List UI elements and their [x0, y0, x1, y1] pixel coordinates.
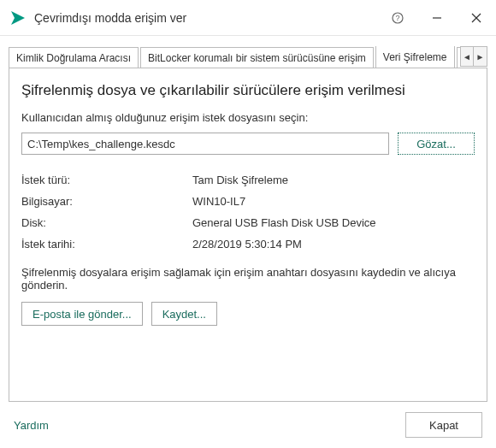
titlebar: Çevrimdışı modda erişim ver ? — [0, 0, 496, 36]
help-icon[interactable]: ? — [378, 0, 417, 36]
save-instruction: Şifrelenmiş dosyalara erişim sağlamak iç… — [21, 266, 475, 292]
tab-bitlocker[interactable]: BitLocker korumalı bir sistem sürücüsüne… — [140, 47, 374, 68]
panel-heading: Şifrelenmiş dosya ve çıkarılabilir sürüc… — [21, 82, 475, 99]
window-title: Çevrimdışı modda erişim ver — [34, 11, 378, 25]
computer-value: WIN10-IL7 — [192, 195, 475, 208]
req-type-value: Tam Disk Şifreleme — [192, 174, 475, 186]
req-date-label: İstek tarihi: — [21, 238, 192, 251]
request-details: İstek türü: Tam Disk Şifreleme Bilgisaya… — [21, 174, 475, 251]
tab-auth-agent[interactable]: Kimlik Doğrulama Aracısı — [9, 47, 139, 68]
svg-text:?: ? — [395, 14, 399, 22]
minimize-button[interactable] — [417, 0, 457, 36]
browse-button[interactable]: Gözat... — [398, 133, 475, 155]
req-date-value: 2/28/2019 5:30:14 PM — [192, 238, 475, 251]
disk-label: Disk: — [21, 216, 192, 229]
file-instruction: Kullanıcıdan almış olduğunuz erişim iste… — [21, 111, 475, 124]
disk-value: General USB Flash Disk USB Device — [192, 216, 475, 229]
footer: Yardım Kapat — [0, 402, 496, 448]
app-logo-icon — [10, 10, 26, 26]
request-file-input[interactable] — [21, 133, 389, 155]
content-panel: Şifrelenmiş dosya ve çıkarılabilir sürüc… — [9, 68, 487, 402]
help-link[interactable]: Yardım — [14, 419, 49, 432]
svg-marker-0 — [11, 11, 25, 25]
tab-scroll-buttons: ◄ ► — [460, 46, 487, 67]
file-row: Gözat... — [21, 133, 475, 155]
tab-strip: Kimlik Doğrulama Aracısı BitLocker korum… — [9, 46, 487, 68]
computer-label: Bilgisayar: — [21, 195, 192, 208]
tab-scroll-right-icon[interactable]: ► — [474, 46, 487, 67]
tab-data-encryption[interactable]: Veri Şifreleme — [375, 46, 455, 68]
req-type-label: İstek türü: — [21, 174, 192, 186]
close-button[interactable]: Kapat — [405, 412, 482, 438]
tab-scroll-left-icon[interactable]: ◄ — [460, 46, 474, 67]
close-window-button[interactable] — [457, 0, 496, 36]
save-button[interactable]: Kaydet... — [151, 302, 217, 326]
action-buttons: E-posta ile gönder... Kaydet... — [21, 302, 475, 326]
send-email-button[interactable]: E-posta ile gönder... — [21, 302, 143, 326]
